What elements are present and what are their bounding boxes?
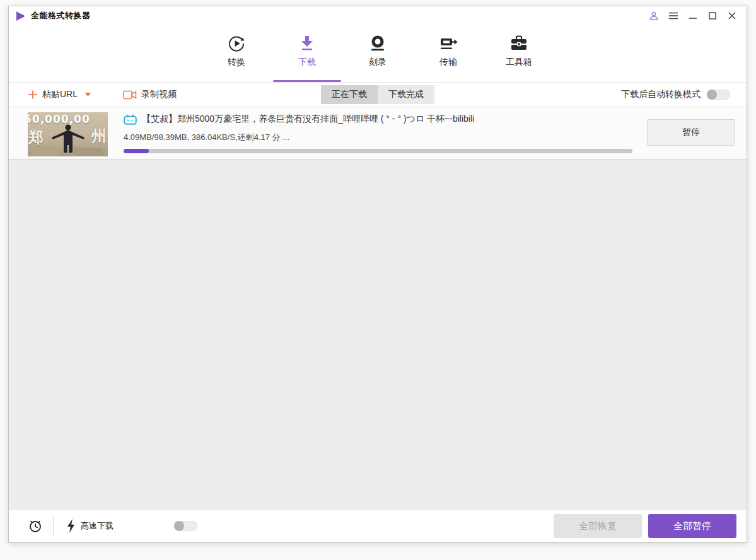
pause-button[interactable]: 暂停 bbox=[647, 119, 735, 146]
app-logo-icon bbox=[15, 11, 26, 21]
download-item-body: 【艾叔】郑州5000万豪宅里，养条巨贵有没有排面_哔哩哔哩 ( ° - ° )つ… bbox=[124, 112, 735, 156]
plus-icon bbox=[28, 90, 38, 100]
download-list-item: 50,000,00 郑 州 bbox=[9, 107, 747, 160]
auto-convert-label: 下载后自动转换模式 bbox=[621, 89, 701, 100]
speed-download-toggle-knob bbox=[174, 521, 184, 531]
filter-tab-finished[interactable]: 下载完成 bbox=[378, 85, 434, 104]
auto-convert-toggle[interactable] bbox=[707, 90, 730, 100]
tab-download-label: 下载 bbox=[298, 57, 316, 68]
app-logo-title: 全能格式转换器 bbox=[15, 10, 91, 21]
resume-all-button[interactable]: 全部恢复 bbox=[554, 514, 642, 538]
download-icon bbox=[299, 33, 315, 54]
progress-bar bbox=[124, 149, 632, 153]
paste-url-button[interactable]: 粘贴URL bbox=[28, 89, 91, 100]
thumbnail-right-char: 州 bbox=[91, 126, 107, 146]
burn-icon bbox=[369, 33, 387, 54]
download-title: 【艾叔】郑州5000万豪宅里，养条巨贵有没有排面_哔哩哔哩 ( ° - ° )つ… bbox=[142, 114, 474, 125]
speed-download-toggle[interactable] bbox=[174, 521, 197, 531]
transfer-icon bbox=[439, 33, 458, 54]
schedule-clock-icon[interactable] bbox=[28, 518, 43, 534]
nav-tabs: 转换 下载 bbox=[219, 25, 537, 82]
convert-icon bbox=[227, 33, 246, 54]
video-camera-icon bbox=[123, 90, 137, 100]
maximize-icon[interactable] bbox=[706, 9, 719, 23]
close-icon[interactable] bbox=[725, 9, 739, 23]
speed-download-label: 高速下载 bbox=[81, 520, 113, 532]
tab-transfer-label: 传输 bbox=[439, 57, 457, 68]
tab-toolbox-label: 工具箱 bbox=[506, 57, 532, 68]
tab-burn-label: 刻录 bbox=[369, 57, 387, 68]
menu-icon[interactable] bbox=[666, 9, 680, 23]
person-silhouette bbox=[50, 124, 86, 153]
chevron-down-icon[interactable] bbox=[84, 92, 91, 97]
video-thumbnail: 50,000,00 郑 州 bbox=[28, 112, 108, 156]
tab-convert-label: 转换 bbox=[228, 57, 245, 68]
download-toolbar: 粘贴URL 录制视频 正在下载 下载完成 下载后自动转换模式 bbox=[9, 82, 747, 107]
record-video-label: 录制视频 bbox=[141, 89, 177, 100]
paste-url-label: 粘贴URL bbox=[42, 89, 78, 100]
record-video-button[interactable]: 录制视频 bbox=[123, 89, 177, 100]
bilibili-icon bbox=[124, 114, 137, 125]
thumbnail-left-char: 郑 bbox=[28, 127, 44, 148]
download-list-empty-area bbox=[9, 160, 747, 509]
toolbox-icon bbox=[509, 33, 528, 54]
main-nav: 转换 下载 bbox=[9, 25, 747, 82]
account-icon[interactable] bbox=[647, 9, 661, 23]
footer-divider bbox=[53, 516, 54, 536]
lightning-icon bbox=[66, 518, 76, 534]
app-title: 全能格式转换器 bbox=[31, 10, 91, 21]
progress-fill bbox=[124, 149, 149, 153]
window-controls bbox=[647, 9, 739, 23]
pause-all-button[interactable]: 全部暂停 bbox=[648, 514, 736, 538]
footer-bar: 高速下载 全部恢复 全部暂停 bbox=[9, 509, 747, 542]
footer-left: 高速下载 bbox=[28, 516, 197, 536]
minimize-icon[interactable] bbox=[686, 9, 700, 23]
tab-burn[interactable]: 刻录 bbox=[360, 33, 395, 82]
filter-tab-downloading[interactable]: 正在下载 bbox=[321, 85, 378, 104]
footer-right: 全部恢复 全部暂停 bbox=[554, 514, 736, 538]
download-filter-tabs: 正在下载 下载完成 bbox=[321, 85, 434, 104]
download-status: 4.09MB/98.39MB, 386.04KB/S,还剩4.17 分 ... bbox=[124, 132, 735, 143]
app-window: 全能格式转换器 bbox=[8, 6, 747, 543]
tab-convert[interactable]: 转换 bbox=[219, 33, 254, 82]
toolbar-right: 下载后自动转换模式 bbox=[621, 89, 730, 100]
title-bar: 全能格式转换器 bbox=[9, 6, 747, 25]
auto-convert-toggle-knob bbox=[707, 90, 717, 100]
download-title-row: 【艾叔】郑州5000万豪宅里，养条巨贵有没有排面_哔哩哔哩 ( ° - ° )つ… bbox=[124, 114, 735, 125]
tab-toolbox[interactable]: 工具箱 bbox=[501, 33, 537, 82]
tab-download[interactable]: 下载 bbox=[289, 33, 325, 82]
toolbar-left: 粘贴URL 录制视频 bbox=[28, 89, 177, 100]
tab-transfer[interactable]: 传输 bbox=[431, 33, 466, 82]
